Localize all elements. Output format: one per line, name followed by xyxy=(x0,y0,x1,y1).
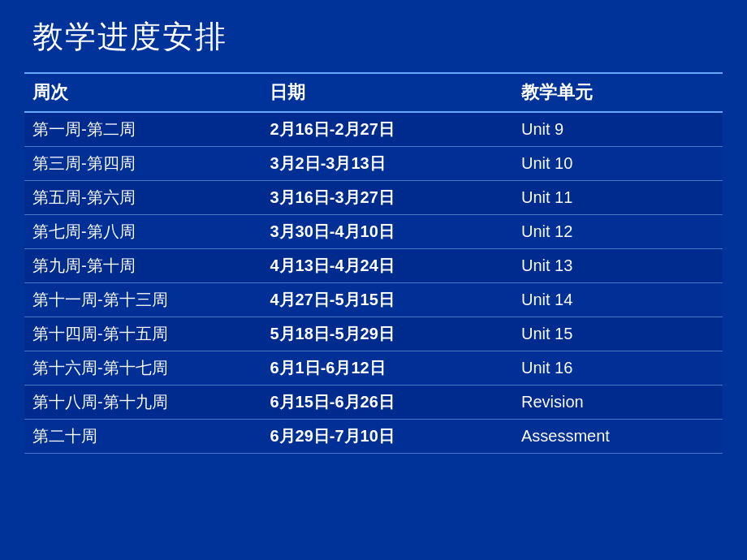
cell-unit: Unit 10 xyxy=(513,147,723,181)
cell-unit: Unit 11 xyxy=(513,181,723,215)
schedule-table: 周次 日期 教学单元 第一周-第二周2月16日-2月27日Unit 9第三周-第… xyxy=(24,72,723,454)
table-row: 第十六周-第十七周6月1日-6月12日Unit 16 xyxy=(24,351,723,386)
cell-week: 第五周-第六周 xyxy=(24,181,261,215)
cell-date: 3月30日-4月10日 xyxy=(261,215,513,249)
cell-week: 第七周-第八周 xyxy=(24,215,261,249)
cell-week: 第十六周-第十七周 xyxy=(24,351,261,386)
cell-week: 第十八周-第十九周 xyxy=(24,386,261,420)
cell-date: 5月18日-5月29日 xyxy=(261,317,513,351)
cell-date: 6月29日-7月10日 xyxy=(261,420,513,454)
cell-week: 第二十周 xyxy=(24,420,261,454)
cell-week: 第三周-第四周 xyxy=(24,147,261,181)
cell-date: 3月2日-3月13日 xyxy=(261,147,513,181)
cell-week: 第九周-第十周 xyxy=(24,249,261,283)
table-row: 第九周-第十周4月13日-4月24日Unit 13 xyxy=(24,249,723,283)
table-row: 第七周-第八周3月30日-4月10日Unit 12 xyxy=(24,215,723,249)
header-date: 日期 xyxy=(261,73,513,112)
cell-unit: Unit 13 xyxy=(513,249,723,283)
cell-unit: Revision xyxy=(513,386,723,420)
cell-unit: Unit 14 xyxy=(513,283,723,317)
page-container: 教学进度安排 周次 日期 教学单元 第一周-第二周2月16日-2月27日Unit… xyxy=(0,0,747,560)
cell-date: 3月16日-3月27日 xyxy=(261,181,513,215)
table-row: 第十八周-第十九周6月15日-6月26日Revision xyxy=(24,386,723,420)
table-row: 第二十周6月29日-7月10日Assessment xyxy=(24,420,723,454)
table-row: 第五周-第六周3月16日-3月27日Unit 11 xyxy=(24,181,723,215)
cell-date: 4月27日-5月15日 xyxy=(261,283,513,317)
cell-date: 6月1日-6月12日 xyxy=(261,351,513,386)
cell-week: 第十一周-第十三周 xyxy=(24,283,261,317)
cell-unit: Unit 9 xyxy=(513,112,723,147)
cell-date: 4月13日-4月24日 xyxy=(261,249,513,283)
header-unit: 教学单元 xyxy=(513,73,723,112)
page-title: 教学进度安排 xyxy=(24,16,723,58)
cell-unit: Unit 15 xyxy=(513,317,723,351)
table-row: 第十一周-第十三周4月27日-5月15日Unit 14 xyxy=(24,283,723,317)
table-header-row: 周次 日期 教学单元 xyxy=(24,73,723,112)
cell-unit: Assessment xyxy=(513,420,723,454)
header-week: 周次 xyxy=(24,73,261,112)
cell-week: 第一周-第二周 xyxy=(24,112,261,147)
table-row: 第一周-第二周2月16日-2月27日Unit 9 xyxy=(24,112,723,147)
cell-date: 2月16日-2月27日 xyxy=(261,112,513,147)
cell-week: 第十四周-第十五周 xyxy=(24,317,261,351)
table-row: 第十四周-第十五周5月18日-5月29日Unit 15 xyxy=(24,317,723,351)
cell-date: 6月15日-6月26日 xyxy=(261,386,513,420)
cell-unit: Unit 16 xyxy=(513,351,723,386)
table-row: 第三周-第四周3月2日-3月13日Unit 10 xyxy=(24,147,723,181)
cell-unit: Unit 12 xyxy=(513,215,723,249)
